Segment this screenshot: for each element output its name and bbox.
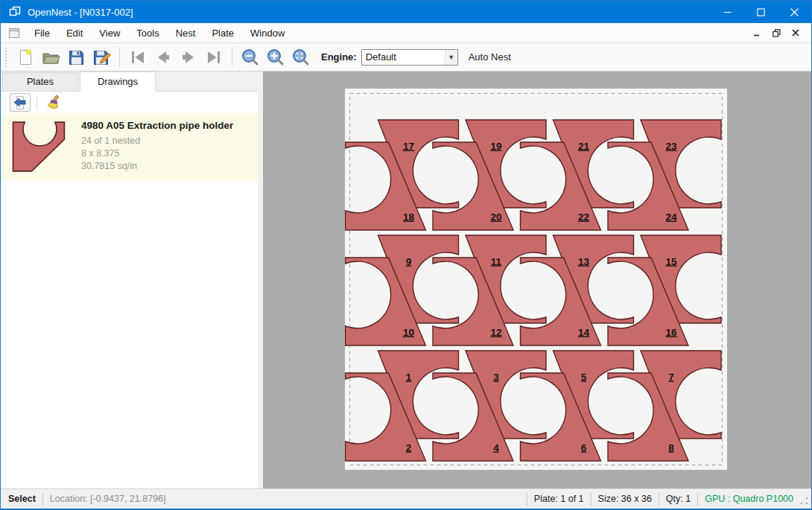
part-label-20[interactable]: 20: [490, 211, 501, 223]
plate[interactable]: 171819202122232491011121314151612345678: [345, 89, 727, 470]
engine-value: Default: [362, 51, 445, 63]
part-label-18[interactable]: 18: [403, 211, 415, 223]
clean-broom-button[interactable]: [43, 93, 64, 112]
main-toolbar: Engine: Default ▼ Auto Nest: [1, 43, 811, 71]
previous-plate-button[interactable]: [150, 45, 176, 69]
part-label-15[interactable]: 15: [665, 256, 677, 267]
part-label-12[interactable]: 12: [490, 327, 501, 338]
next-plate-button[interactable]: [176, 45, 201, 69]
part-label-8[interactable]: 8: [668, 442, 674, 453]
status-location: Location: [-0.9437, 21.8796]: [50, 494, 166, 504]
part-label-2[interactable]: 2: [406, 442, 412, 453]
status-mode: Select: [8, 494, 36, 504]
main-area: Plates Drawings: [1, 71, 811, 488]
status-separator: [591, 493, 591, 506]
drawing-dimensions: 8 x 8.375: [81, 147, 252, 160]
mdi-close-button[interactable]: [786, 25, 805, 41]
part-label-21[interactable]: 21: [578, 141, 590, 152]
title-bar: OpenNest - [N0317-002]: [1, 1, 811, 23]
first-plate-button[interactable]: [125, 45, 150, 69]
app-icon: [9, 6, 21, 18]
nest-canvas[interactable]: 171819202122232491011121314151612345678: [263, 71, 811, 488]
auto-nest-button[interactable]: Auto Nest: [469, 51, 511, 63]
mdi-document-icon[interactable]: [8, 28, 20, 39]
part-label-5[interactable]: 5: [581, 372, 587, 383]
zoom-extents-icon[interactable]: [288, 45, 314, 69]
part-label-1[interactable]: 1: [406, 372, 412, 383]
status-separator: [42, 493, 43, 506]
status-separator: [527, 493, 527, 506]
toolbar-grip[interactable]: [4, 48, 8, 67]
status-separator: [697, 493, 698, 506]
part-label-17[interactable]: 17: [403, 141, 414, 152]
drawing-list-item[interactable]: 4980 A05 Extraction pipe holder 24 of 1 …: [1, 113, 258, 181]
part-label-4[interactable]: 4: [493, 442, 499, 453]
part-label-6[interactable]: 6: [581, 442, 587, 453]
drawing-area: 30.7815 sq/in: [81, 160, 252, 173]
open-button[interactable]: [38, 45, 63, 69]
part-label-13[interactable]: 13: [578, 256, 590, 267]
menu-item-plate[interactable]: Plate: [203, 23, 242, 43]
menu-item-tools[interactable]: Tools: [128, 23, 167, 43]
menu-bar: FileEditViewToolsNestPlateWindow: [1, 23, 811, 43]
part-label-10[interactable]: 10: [403, 327, 414, 338]
status-qty: Qty: 1: [666, 494, 691, 504]
last-plate-button[interactable]: [201, 45, 226, 69]
part-label-22[interactable]: 22: [578, 211, 589, 223]
save-button[interactable]: [63, 45, 89, 69]
menu-item-nest[interactable]: Nest: [168, 23, 204, 43]
status-plate: Plate: 1 of 1: [534, 494, 584, 504]
part-label-19[interactable]: 19: [490, 141, 501, 152]
status-separator: [659, 493, 659, 506]
toolbar-separator: [119, 48, 120, 67]
engine-label: Engine:: [321, 51, 357, 63]
drawing-info: 4980 A05 Extraction pipe holder 24 of 1 …: [75, 120, 252, 175]
tab-plates[interactable]: Plates: [2, 72, 78, 91]
panel-separator: [37, 95, 37, 110]
window-title: OpenNest - [N0317-002]: [28, 7, 133, 18]
return-part-button[interactable]: [10, 93, 31, 112]
drawing-title: 4980 A05 Extraction pipe holder: [81, 120, 252, 131]
part-thumbnail: [10, 120, 75, 175]
toolbar-separator: [232, 48, 232, 67]
maximize-button[interactable]: [744, 1, 778, 23]
menu-item-file[interactable]: File: [26, 23, 58, 43]
chevron-down-icon[interactable]: ▼: [445, 50, 457, 65]
close-button[interactable]: [778, 1, 811, 23]
minimize-button[interactable]: [711, 1, 744, 23]
sidebar-tabstrip: Plates Drawings: [1, 71, 258, 92]
part-label-3[interactable]: 3: [493, 372, 499, 383]
part-label-9[interactable]: 9: [406, 256, 412, 267]
status-gpu: GPU : Quadro P1000: [705, 494, 793, 504]
status-bar: Select Location: [-0.9437, 21.8796] Plat…: [1, 488, 811, 509]
menu-item-view[interactable]: View: [91, 23, 128, 43]
mdi-restore-button[interactable]: [767, 25, 786, 41]
part-label-16[interactable]: 16: [665, 327, 677, 338]
part-label-24[interactable]: 24: [665, 211, 677, 223]
menu-item-window[interactable]: Window: [242, 23, 293, 43]
sidebar: Plates Drawings: [1, 71, 258, 488]
drawings-toolbar: [1, 92, 258, 113]
zoom-out-icon[interactable]: [238, 45, 263, 69]
panel-splitter[interactable]: [258, 71, 263, 488]
menu-item-edit[interactable]: Edit: [58, 23, 91, 43]
part-label-11[interactable]: 11: [491, 256, 502, 267]
tab-drawings[interactable]: Drawings: [80, 71, 156, 92]
save-as-button[interactable]: [89, 45, 114, 69]
part-label-7[interactable]: 7: [668, 372, 674, 383]
new-button[interactable]: [13, 45, 38, 69]
part-label-23[interactable]: 23: [665, 141, 677, 152]
resize-grip[interactable]: [799, 496, 809, 506]
zoom-in-icon[interactable]: [263, 45, 288, 69]
status-size: Size: 36 x 36: [598, 494, 652, 504]
mdi-minimize-button[interactable]: [747, 25, 767, 41]
drawing-nested-count: 24 of 1 nested: [81, 135, 252, 147]
engine-select[interactable]: Default ▼: [361, 49, 458, 66]
part-label-14[interactable]: 14: [578, 327, 590, 338]
